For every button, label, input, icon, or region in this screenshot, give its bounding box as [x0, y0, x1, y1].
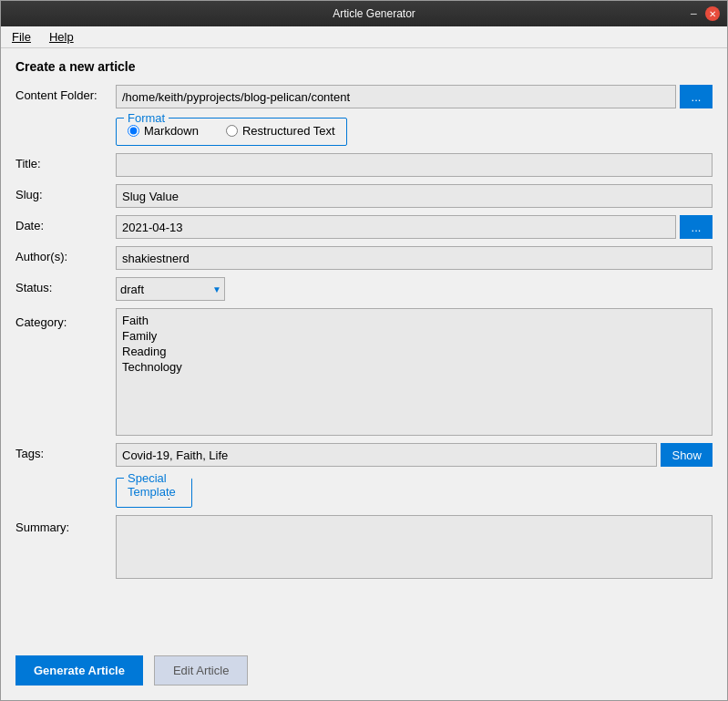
- authors-input[interactable]: [116, 246, 713, 270]
- status-select-wrapper: draft published hidden: [116, 277, 225, 301]
- slug-label: Slug:: [15, 184, 116, 201]
- slug-control: [116, 184, 713, 208]
- tags-row: Tags: Show: [15, 443, 713, 467]
- close-button[interactable]: ✕: [705, 6, 720, 21]
- category-listbox[interactable]: Faith Family Reading Technology: [116, 308, 713, 436]
- tags-input[interactable]: [116, 443, 657, 467]
- authors-control: [116, 246, 713, 270]
- special-template-legend: Special Template: [124, 471, 191, 499]
- date-input[interactable]: [116, 215, 676, 239]
- format-control: Format Markdown Restructured Text: [116, 116, 713, 146]
- category-item-faith[interactable]: Faith: [120, 313, 708, 328]
- format-markdown-radio[interactable]: [128, 125, 139, 137]
- status-select[interactable]: draft published hidden: [116, 277, 225, 301]
- content-folder-label: Content Folder:: [15, 85, 116, 102]
- format-restructured-option[interactable]: Restructured Text: [226, 124, 335, 138]
- date-control: ...: [116, 215, 713, 239]
- menu-help[interactable]: Help: [46, 29, 77, 45]
- date-row: Date: ...: [15, 215, 713, 239]
- summary-label: Summary:: [15, 515, 116, 534]
- summary-row: Summary:: [15, 515, 713, 582]
- format-restructured-radio[interactable]: [226, 125, 238, 137]
- section-title: Create a new article: [15, 59, 713, 74]
- tags-show-btn[interactable]: Show: [661, 443, 713, 467]
- content-folder-input[interactable]: [116, 85, 676, 108]
- menu-file[interactable]: File: [8, 29, 35, 45]
- format-group: Format Markdown Restructured Text: [116, 118, 347, 146]
- generate-article-button[interactable]: Generate Article: [15, 655, 143, 686]
- title-row: Title:: [15, 153, 713, 177]
- summary-control: [116, 515, 713, 582]
- tags-input-group: Show: [116, 443, 713, 467]
- category-label: Category:: [15, 308, 116, 329]
- content-folder-input-group: ...: [116, 85, 713, 108]
- status-label: Status:: [15, 277, 116, 294]
- content-folder-row: Content Folder: ...: [15, 85, 713, 108]
- title-bar: Article Generator − ✕: [1, 1, 727, 26]
- tags-label: Tags:: [15, 443, 116, 460]
- content-folder-browse-btn[interactable]: ...: [680, 85, 713, 108]
- category-row: Category: Faith Family Reading Technolog…: [15, 308, 713, 436]
- format-options: Markdown Restructured Text: [128, 124, 335, 138]
- date-label: Date:: [15, 215, 116, 232]
- summary-textarea[interactable]: [116, 515, 713, 579]
- title-input[interactable]: [116, 153, 713, 177]
- special-template-spacer: [15, 474, 116, 478]
- special-template-group: Special Template Recipe: [116, 478, 192, 508]
- category-control: Faith Family Reading Technology: [116, 308, 713, 436]
- status-row: Status: draft published hidden: [15, 277, 713, 301]
- status-control: draft published hidden: [116, 277, 713, 301]
- date-browse-btn[interactable]: ...: [680, 215, 713, 239]
- content-folder-control: ...: [116, 85, 713, 108]
- format-markdown-label: Markdown: [144, 124, 199, 138]
- window-title: Article Generator: [63, 7, 685, 20]
- footer-buttons: Generate Article Edit Article: [1, 644, 727, 700]
- app-window: Article Generator − ✕ File Help Create a…: [0, 0, 728, 701]
- format-legend: Format: [124, 111, 169, 125]
- special-template-control: Special Template Recipe: [116, 474, 713, 508]
- authors-row: Author(s):: [15, 246, 713, 270]
- minimize-button[interactable]: −: [685, 5, 702, 22]
- title-control: [116, 153, 713, 177]
- form-content: Create a new article Content Folder: ...…: [1, 48, 727, 644]
- format-markdown-option[interactable]: Markdown: [128, 124, 199, 138]
- format-row: Format Markdown Restructured Text: [15, 116, 713, 146]
- format-restructured-label: Restructured Text: [242, 124, 335, 138]
- title-label: Title:: [15, 153, 116, 170]
- category-item-reading[interactable]: Reading: [120, 344, 708, 359]
- date-input-group: ...: [116, 215, 713, 239]
- slug-row: Slug:: [15, 184, 713, 208]
- special-template-row: Special Template Recipe: [15, 474, 713, 508]
- authors-label: Author(s):: [15, 246, 116, 263]
- slug-input[interactable]: [116, 184, 713, 208]
- category-item-family[interactable]: Family: [120, 328, 708, 344]
- category-item-technology[interactable]: Technology: [120, 359, 708, 375]
- format-spacer: [15, 116, 116, 119]
- edit-article-button[interactable]: Edit Article: [154, 655, 248, 686]
- tags-control: Show: [116, 443, 713, 467]
- window-controls: − ✕: [685, 5, 720, 22]
- menu-bar: File Help: [1, 26, 727, 48]
